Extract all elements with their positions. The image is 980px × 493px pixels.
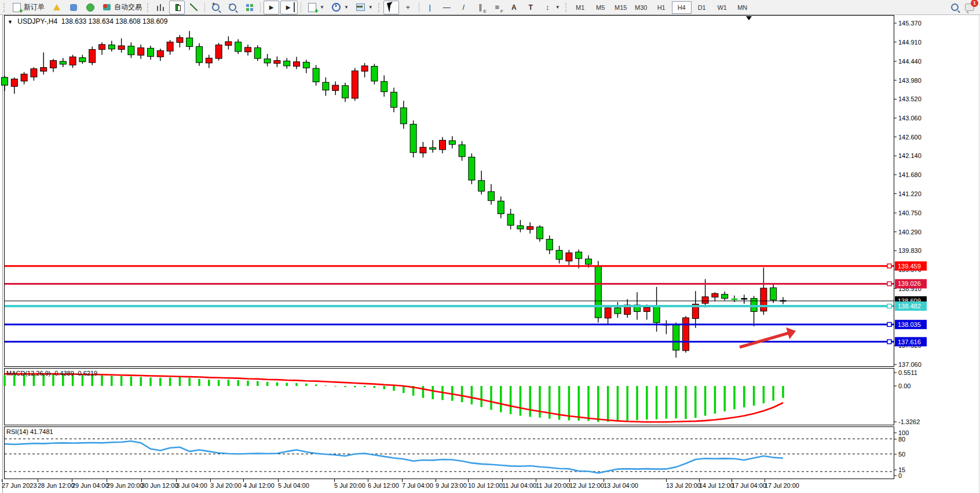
zoom-in-button[interactable]: + xyxy=(208,1,224,14)
toolbar-grip xyxy=(147,3,150,12)
price-tick-label: 137.060 xyxy=(898,361,922,368)
candle-body xyxy=(177,38,183,43)
price-line-handle[interactable] xyxy=(887,282,891,286)
price-line-badge-label: 138.035 xyxy=(898,321,921,328)
price-tick-label: 142.600 xyxy=(898,134,922,141)
candle-body xyxy=(459,145,465,157)
notification-badge: 1 xyxy=(971,0,978,7)
vertical-line-button[interactable]: | xyxy=(422,1,438,14)
price-line-handle[interactable] xyxy=(887,264,891,268)
candle-body xyxy=(245,47,251,52)
timeframe-h1[interactable]: H1 xyxy=(652,1,671,14)
text-button[interactable]: A xyxy=(506,1,522,14)
date-label: 6 Jul 12:00 xyxy=(368,482,399,489)
timeframe-m15[interactable]: M15 xyxy=(611,1,631,14)
text-label-button[interactable]: T xyxy=(523,1,539,14)
candle-body xyxy=(381,82,387,92)
autotrading-button[interactable]: 自动交易 xyxy=(99,1,145,14)
candle-body xyxy=(410,124,416,153)
candle-body xyxy=(60,61,66,64)
toolbar: 新订单 自动交易 + - xyxy=(0,0,980,15)
signal-button[interactable] xyxy=(82,1,98,14)
bar-chart-button[interactable] xyxy=(152,1,168,14)
timeframe-m30[interactable]: M30 xyxy=(631,1,651,14)
horizontal-line-button[interactable]: — xyxy=(439,1,455,14)
trendline-button[interactable]: / xyxy=(456,1,471,14)
date-label: 29 Jun 20:00 xyxy=(107,482,144,489)
notification-icon[interactable]: 1 xyxy=(964,2,974,12)
arrows-button[interactable]: ↕▼ xyxy=(540,1,563,14)
vertical-line-icon: | xyxy=(425,2,435,12)
rsi-tick-label: 80 xyxy=(898,436,905,443)
rsi-label: RSI(14) 41.7481 xyxy=(6,428,53,435)
data-window-button[interactable] xyxy=(65,1,81,14)
timeframe-m1[interactable]: M1 xyxy=(571,1,590,14)
candle-body xyxy=(498,201,504,214)
timeframe-w1[interactable]: W1 xyxy=(712,1,732,14)
auto-scroll-icon: ▶ xyxy=(266,2,276,12)
macd-tick-label: 0.5511 xyxy=(898,369,917,376)
tile-windows-button[interactable] xyxy=(242,1,257,14)
clock-icon xyxy=(331,2,341,12)
fibonacci-button[interactable]: ≡F xyxy=(489,1,505,14)
candle-body xyxy=(488,192,495,201)
date-label: 28 Jun 12:00 xyxy=(38,482,75,489)
price-line-handle[interactable] xyxy=(887,322,891,326)
candle-body xyxy=(566,253,572,261)
autotrading-label: 自动交易 xyxy=(114,2,142,12)
date-label: 12 Jul 12:00 xyxy=(569,482,604,489)
zoom-out-button[interactable]: - xyxy=(225,1,240,14)
candlestick-chart-button[interactable] xyxy=(169,1,185,14)
template-icon xyxy=(356,2,365,12)
candle-body xyxy=(586,259,592,264)
cursor-button[interactable] xyxy=(383,1,399,14)
candle-body xyxy=(2,78,8,85)
chart-shift-button[interactable]: ▶ xyxy=(280,1,298,14)
candle-body xyxy=(274,61,280,64)
indicators-button[interactable]: ▼ xyxy=(304,1,327,14)
candle-body xyxy=(605,308,611,318)
line-chart-button[interactable] xyxy=(186,1,202,14)
profile-icon xyxy=(68,2,78,12)
candle-body xyxy=(361,66,368,71)
candle-body xyxy=(576,252,582,258)
auto-scroll-button[interactable]: ▶ xyxy=(264,1,279,14)
new-order-button[interactable]: 新订单 xyxy=(9,1,47,14)
separator xyxy=(301,2,301,13)
search-icon[interactable] xyxy=(950,2,960,12)
price-tick-label: 142.140 xyxy=(898,152,922,159)
depth-button[interactable] xyxy=(49,1,64,14)
crosshair-button[interactable]: + xyxy=(400,1,416,14)
price-tick-label: 143.980 xyxy=(898,77,922,84)
candle-body xyxy=(225,42,232,45)
rsi-tick-label: 0 xyxy=(898,472,902,479)
price-tick-label: 141.680 xyxy=(898,171,922,178)
channel-button[interactable]: ∥E xyxy=(473,1,488,14)
candle-body xyxy=(556,251,562,260)
chart-ohlc-header: ▼ USDJPY-,H4 138.633 138.634 138.608 138… xyxy=(8,17,167,25)
candle-body xyxy=(79,58,86,62)
timeframe-h4[interactable]: H4 xyxy=(672,1,692,14)
candle-body xyxy=(391,92,397,107)
date-label: 7 Jul 04:00 xyxy=(402,482,433,489)
chart-canvas[interactable]: 145.370144.910144.440143.980143.520143.0… xyxy=(0,0,980,493)
date-label: 9 Jul 23:00 xyxy=(436,482,467,489)
collapse-triangle-icon[interactable]: ▼ xyxy=(8,19,13,25)
candle-body xyxy=(507,214,514,225)
periods-button[interactable]: ▼ xyxy=(328,1,352,14)
date-label: 10 Jul 12:00 xyxy=(468,482,503,489)
new-order-icon xyxy=(12,2,21,12)
timeframe-mn[interactable]: MN xyxy=(733,1,752,14)
price-tick-label: 141.220 xyxy=(898,190,922,197)
candle-body xyxy=(430,148,436,149)
timeframe-d1[interactable]: D1 xyxy=(692,1,712,14)
price-line-handle[interactable] xyxy=(887,340,891,344)
price-tick-label: 140.290 xyxy=(898,229,922,236)
candle-body xyxy=(683,318,689,351)
date-label: 14 Jul 12:00 xyxy=(699,482,734,489)
templates-button[interactable]: ▼ xyxy=(353,1,376,14)
price-line-handle[interactable] xyxy=(887,304,891,308)
candle-body xyxy=(138,48,144,56)
candle-body xyxy=(546,239,553,249)
timeframe-m5[interactable]: M5 xyxy=(591,1,610,14)
